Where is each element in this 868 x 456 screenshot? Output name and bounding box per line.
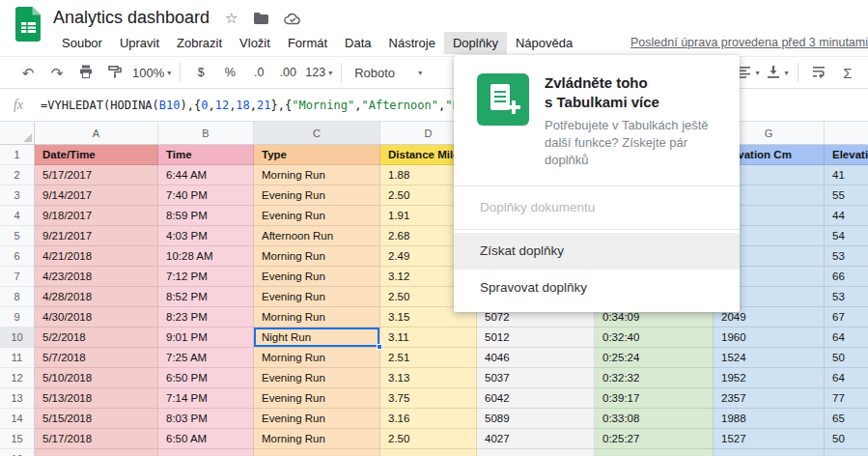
cell-G13[interactable]: 2357 (714, 388, 825, 409)
cell-B13[interactable]: 7:14 PM (158, 388, 254, 409)
cell-A2[interactable]: 5/17/2017 (35, 165, 158, 185)
cell-B7[interactable]: 7:12 PM (158, 267, 254, 287)
cell-H12[interactable]: 64 (825, 368, 868, 388)
cell-B3[interactable]: 7:40 PM (158, 185, 254, 206)
menu-item-get-addons[interactable]: Získat doplňky (454, 233, 740, 270)
row-header-5[interactable]: 5 (0, 226, 35, 246)
cell-C5[interactable]: Afternoon Run (254, 226, 380, 246)
cell-G16[interactable] (714, 449, 825, 456)
decrease-decimals-button[interactable]: .0 (247, 61, 270, 84)
cell-C4[interactable]: Evening Run (254, 206, 380, 226)
cell-H3[interactable]: 55 (825, 185, 868, 206)
menu-nápověda[interactable]: Nápověda (507, 32, 581, 54)
cell-H14[interactable]: 65 (825, 409, 868, 429)
row-header-8[interactable]: 8 (0, 287, 35, 307)
cell-A16[interactable] (35, 449, 158, 456)
cell-C7[interactable]: Evening Run (254, 267, 380, 287)
cell-D10[interactable]: 3.11 (380, 328, 477, 348)
cell-A1[interactable]: Date/Time (35, 145, 158, 165)
row-header-6[interactable]: 6 (0, 246, 35, 267)
cell-F16[interactable] (595, 449, 714, 456)
redo-button[interactable]: ↷ (45, 61, 69, 84)
move-folder-icon[interactable] (253, 12, 269, 25)
cell-E12[interactable]: 5037 (477, 368, 595, 388)
cell-H1[interactable]: Elevation (825, 145, 868, 165)
cell-G11[interactable]: 1524 (714, 348, 825, 368)
increase-decimals-button[interactable]: .00 (276, 61, 299, 84)
cell-C1[interactable]: Type (254, 145, 380, 165)
menu-nástroje[interactable]: Nástroje (380, 32, 444, 54)
menu-soubor[interactable]: Soubor (53, 32, 111, 54)
undo-button[interactable]: ↶ (16, 61, 40, 84)
cell-E10[interactable]: 5012 (477, 328, 595, 348)
row-header-11[interactable]: 11 (0, 348, 35, 368)
cell-B12[interactable]: 6:50 PM (158, 368, 254, 388)
cell-A8[interactable]: 4/28/2018 (35, 287, 158, 307)
vertical-align-button[interactable]: ▾ (766, 61, 789, 84)
font-select[interactable]: Roboto ▾ (350, 61, 426, 84)
cell-A15[interactable]: 5/17/2018 (35, 429, 158, 449)
cloud-saved-icon[interactable] (284, 12, 301, 25)
cell-C11[interactable]: Morning Run (254, 348, 380, 368)
column-header-B[interactable]: B (158, 122, 254, 145)
cell-H15[interactable]: 50 (825, 429, 868, 449)
horizontal-align-button[interactable]: ▾ (737, 61, 760, 84)
cell-A5[interactable]: 9/21/2017 (35, 226, 158, 246)
column-header-C[interactable]: C (254, 122, 380, 145)
document-title[interactable]: Analytics dashboard (53, 8, 210, 28)
more-formats-button[interactable]: 123 ▾ (305, 61, 332, 84)
cell-C3[interactable]: Evening Run (254, 185, 380, 206)
cell-H9[interactable]: 67 (825, 307, 868, 328)
cell-A4[interactable]: 9/18/2017 (35, 206, 158, 226)
row-header-9[interactable]: 9 (0, 307, 35, 328)
cell-G15[interactable]: 1527 (714, 429, 825, 449)
cell-E15[interactable]: 4027 (477, 429, 595, 449)
column-header-A[interactable]: A (35, 122, 158, 145)
cell-C14[interactable]: Evening Run (254, 409, 380, 429)
cell-D14[interactable]: 3.16 (380, 409, 477, 429)
cell-F14[interactable]: 0:33:08 (595, 409, 714, 429)
cell-D12[interactable]: 3.13 (380, 368, 477, 388)
cell-D16[interactable] (380, 449, 477, 456)
cell-H5[interactable]: 54 (825, 226, 868, 246)
paint-format-button[interactable] (103, 61, 126, 84)
cell-C8[interactable]: Evening Run (254, 287, 380, 307)
cell-F13[interactable]: 0:39:17 (595, 388, 714, 409)
cell-A11[interactable]: 5/7/2018 (35, 348, 158, 368)
cell-D15[interactable]: 2.50 (380, 429, 477, 449)
cell-C13[interactable]: Evening Run (254, 388, 380, 409)
row-header-1[interactable]: 1 (0, 145, 35, 165)
cell-H8[interactable]: 53 (825, 287, 868, 307)
menu-doplňky[interactable]: Doplňky (444, 32, 507, 54)
row-header-12[interactable]: 12 (0, 368, 35, 388)
menu-vložit[interactable]: Vložit (231, 32, 279, 54)
cell-B16[interactable] (158, 449, 254, 456)
cell-B5[interactable]: 4:03 PM (158, 226, 254, 246)
cell-A7[interactable]: 4/23/2018 (35, 267, 158, 287)
cell-E13[interactable]: 6042 (477, 388, 595, 409)
row-header-7[interactable]: 7 (0, 267, 35, 287)
cell-A13[interactable]: 5/13/2018 (35, 388, 158, 409)
menu-data[interactable]: Data (336, 32, 379, 54)
row-header-4[interactable]: 4 (0, 206, 35, 226)
row-header-15[interactable]: 15 (0, 429, 35, 449)
text-wrap-button[interactable] (807, 61, 830, 84)
row-header-14[interactable]: 14 (0, 409, 35, 429)
cell-H2[interactable]: 41 (825, 165, 868, 185)
formula-input[interactable]: =VYHLEDAT(HODINA(B10),{0,12,18,21},{"Mor… (37, 99, 868, 112)
format-percent-button[interactable]: % (218, 61, 241, 84)
row-header-13[interactable]: 13 (0, 388, 35, 409)
cell-E14[interactable]: 5089 (477, 409, 595, 429)
cell-C9[interactable]: Morning Run (254, 307, 380, 328)
last-edit-link[interactable]: Poslední úprava provedena před 3 minutam… (630, 36, 868, 49)
cell-H7[interactable]: 66 (825, 267, 868, 287)
cell-B4[interactable]: 8:59 PM (158, 206, 254, 226)
cell-B6[interactable]: 10:28 AM (158, 246, 254, 267)
cell-H10[interactable]: 64 (825, 328, 868, 348)
star-icon[interactable]: ☆ (225, 11, 238, 25)
menu-item-manage-addons[interactable]: Spravovat doplňky (454, 270, 740, 306)
cell-B15[interactable]: 6:50 AM (158, 429, 254, 449)
row-header-3[interactable]: 3 (0, 185, 35, 206)
cell-B8[interactable]: 8:52 PM (158, 287, 254, 307)
cell-D11[interactable]: 2.51 (380, 348, 477, 368)
